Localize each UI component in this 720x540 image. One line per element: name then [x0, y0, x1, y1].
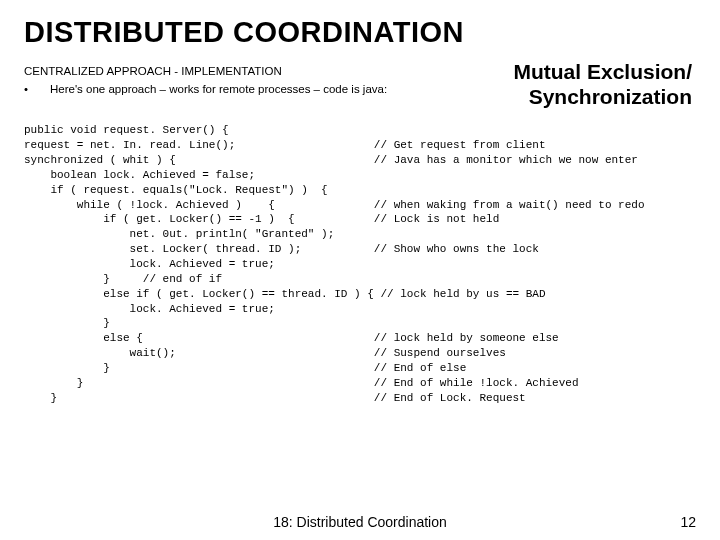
footer-center: 18: Distributed Coordination [273, 514, 447, 530]
code-block: public void request. Server() { request … [24, 123, 696, 405]
bullet-icon: • [24, 83, 50, 95]
subtitle: CENTRALIZED APPROACH - IMPLEMENTATION [24, 65, 387, 77]
header-row: CENTRALIZED APPROACH - IMPLEMENTATION • … [24, 59, 696, 109]
page-number: 12 [680, 514, 696, 530]
slide: DISTRIBUTED COORDINATION CENTRALIZED APP… [0, 0, 720, 540]
page-title: DISTRIBUTED COORDINATION [24, 16, 696, 49]
topic-line-2: Synchronization [513, 84, 692, 109]
subtitle-block: CENTRALIZED APPROACH - IMPLEMENTATION • … [24, 59, 387, 95]
topic-line-1: Mutual Exclusion/ [513, 59, 692, 84]
footer: 18: Distributed Coordination 12 [0, 514, 720, 530]
bullet-row: • Here's one approach – works for remote… [24, 83, 387, 95]
bullet-text: Here's one approach – works for remote p… [50, 83, 387, 95]
topic-heading: Mutual Exclusion/ Synchronization [513, 59, 692, 109]
